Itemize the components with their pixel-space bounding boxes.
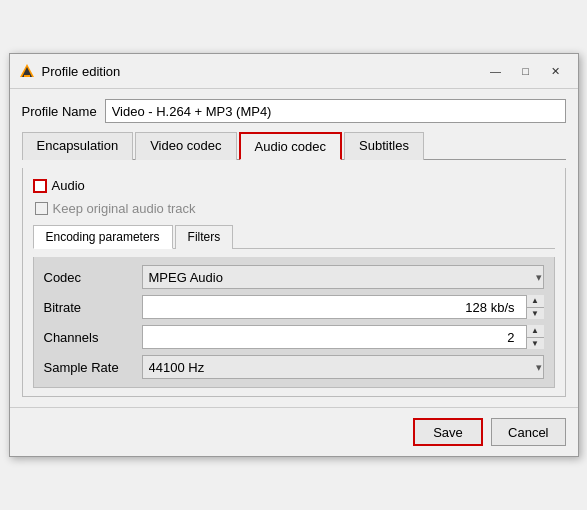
channels-row: Channels ▲ ▼: [44, 325, 544, 349]
tab-audio-codec[interactable]: Audio codec: [239, 132, 343, 160]
window-content: Profile Name Encapsulation Video codec A…: [10, 89, 578, 407]
sample-rate-label: Sample Rate: [44, 360, 134, 375]
bitrate-row: Bitrate ▲ ▼: [44, 295, 544, 319]
tab-encoding-params[interactable]: Encoding parameters: [33, 225, 173, 249]
tab-content-area: Audio Keep original audio track Encoding…: [22, 168, 566, 397]
bitrate-spin-buttons: ▲ ▼: [526, 295, 544, 319]
main-window: Profile edition — □ ✕ Profile Name Encap…: [9, 53, 579, 457]
audio-checkbox-label: Audio: [52, 178, 85, 193]
codec-row: Codec MPEG Audio ▾: [44, 265, 544, 289]
inner-tab-bar: Encoding parameters Filters: [33, 224, 555, 249]
channels-spinbox-wrapper: ▲ ▼: [142, 325, 544, 349]
channels-input[interactable]: [142, 325, 544, 349]
svg-rect-2: [24, 75, 30, 77]
audio-enable-row: Audio: [33, 178, 555, 193]
sample-rate-select[interactable]: 44100 Hz 22050 Hz 11025 Hz 48000 Hz: [142, 355, 544, 379]
tab-encapsulation[interactable]: Encapsulation: [22, 132, 134, 160]
profile-name-input[interactable]: [105, 99, 566, 123]
channels-spin-up[interactable]: ▲: [527, 325, 544, 338]
channels-label: Channels: [44, 330, 134, 345]
keep-original-checkbox[interactable]: [35, 202, 48, 215]
bitrate-spin-up[interactable]: ▲: [527, 295, 544, 308]
encoding-panel: Codec MPEG Audio ▾ Bitrate ▲: [33, 257, 555, 388]
channels-spin-down[interactable]: ▼: [527, 338, 544, 350]
bitrate-spin-down[interactable]: ▼: [527, 308, 544, 320]
save-button[interactable]: Save: [413, 418, 483, 446]
close-button[interactable]: ✕: [542, 60, 570, 82]
minimize-button[interactable]: —: [482, 60, 510, 82]
profile-name-row: Profile Name: [22, 99, 566, 123]
bitrate-input[interactable]: [142, 295, 544, 319]
maximize-button[interactable]: □: [512, 60, 540, 82]
window-title: Profile edition: [42, 64, 482, 79]
cancel-button[interactable]: Cancel: [491, 418, 565, 446]
audio-checkbox[interactable]: [33, 179, 47, 193]
keep-original-label: Keep original audio track: [53, 201, 196, 216]
main-tab-bar: Encapsulation Video codec Audio codec Su…: [22, 131, 566, 160]
sample-rate-select-wrapper: 44100 Hz 22050 Hz 11025 Hz 48000 Hz ▾: [142, 355, 544, 379]
title-bar: Profile edition — □ ✕: [10, 54, 578, 89]
bitrate-label: Bitrate: [44, 300, 134, 315]
profile-name-label: Profile Name: [22, 104, 97, 119]
window-controls: — □ ✕: [482, 60, 570, 82]
codec-select-wrapper: MPEG Audio ▾: [142, 265, 544, 289]
sample-rate-row: Sample Rate 44100 Hz 22050 Hz 11025 Hz 4…: [44, 355, 544, 379]
tab-subtitles[interactable]: Subtitles: [344, 132, 424, 160]
app-icon: [18, 62, 36, 80]
bitrate-spinbox-wrapper: ▲ ▼: [142, 295, 544, 319]
tab-video-codec[interactable]: Video codec: [135, 132, 236, 160]
codec-label: Codec: [44, 270, 134, 285]
audio-checkbox-container[interactable]: Audio: [33, 178, 85, 193]
codec-select[interactable]: MPEG Audio: [142, 265, 544, 289]
tab-filters[interactable]: Filters: [175, 225, 234, 249]
keep-original-row: Keep original audio track: [35, 201, 555, 216]
channels-spin-buttons: ▲ ▼: [526, 325, 544, 349]
footer: Save Cancel: [10, 407, 578, 456]
